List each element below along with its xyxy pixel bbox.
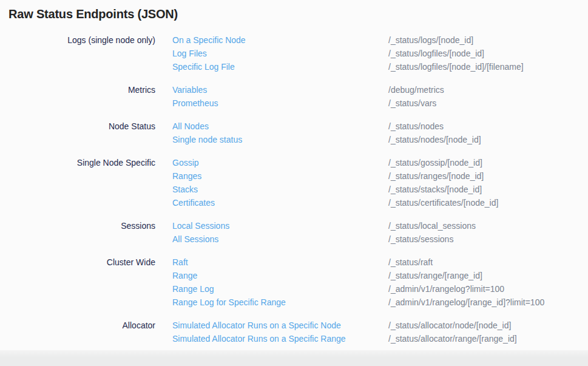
endpoint-path: /_status/nodes: [388, 120, 588, 133]
section-category-label: Allocator: [0, 319, 155, 332]
endpoint-link-row: All Nodes: [172, 120, 388, 133]
endpoint-path: /_status/raft: [388, 256, 588, 269]
endpoint-link[interactable]: Ranges: [172, 171, 201, 181]
endpoint-path: /_status/nodes/[node_id]: [388, 133, 588, 146]
section-paths-column: /_status/local_sessions/_status/sessions: [388, 219, 588, 246]
endpoint-path: /_admin/v1/rangelog?limit=100: [388, 282, 588, 296]
endpoint-link[interactable]: Prometheus: [172, 98, 218, 108]
endpoint-section: Sessions Local SessionsAll Sessions /_st…: [0, 219, 588, 246]
endpoint-link-row: Ranges: [172, 169, 388, 183]
endpoint-link-row: Local Sessions: [172, 219, 388, 232]
endpoint-link[interactable]: Certificates: [172, 198, 215, 208]
endpoint-link-row: Raft: [172, 256, 388, 269]
endpoint-link-row: Range: [172, 269, 388, 282]
endpoint-section: Logs (single node only) On a Specific No…: [0, 33, 588, 73]
endpoint-path: /_status/gossip/[node_id]: [388, 156, 588, 169]
endpoint-link-row: Variables: [172, 83, 388, 97]
endpoint-section: Cluster Wide RaftRangeRange LogRange Log…: [0, 256, 588, 309]
endpoint-path: /_status/vars: [388, 97, 588, 110]
section-paths-column: /_status/nodes/_status/nodes/[node_id]: [388, 120, 588, 146]
endpoint-link[interactable]: Simulated Allocator Runs on a Specific N…: [172, 320, 341, 330]
endpoint-link-row: Log Files: [172, 47, 388, 60]
section-links-column: VariablesPrometheus: [172, 83, 388, 110]
endpoint-section: Allocator Simulated Allocator Runs on a …: [0, 319, 588, 345]
section-category-label: Logs (single node only): [0, 33, 155, 47]
endpoint-link-row: On a Specific Node: [172, 33, 388, 47]
endpoint-link-row: Prometheus: [172, 97, 388, 110]
section-category-label: Metrics: [0, 83, 155, 97]
endpoint-path: /_status/sessions: [388, 232, 588, 246]
endpoint-path: /_status/range/[range_id]: [388, 269, 588, 282]
endpoint-path: /_status/stacks/[node_id]: [388, 183, 588, 196]
section-links-column: All NodesSingle node status: [172, 120, 388, 146]
endpoint-link-row: Stacks: [172, 183, 388, 196]
page-title: Raw Status Endpoints (JSON): [8, 7, 178, 21]
endpoint-link-row: Certificates: [172, 196, 388, 209]
section-category-label: Node Status: [0, 120, 155, 133]
section-links-column: RaftRangeRange LogRange Log for Specific…: [172, 256, 388, 309]
endpoint-link-row: Simulated Allocator Runs on a Specific N…: [172, 319, 388, 332]
endpoint-link[interactable]: Stacks: [172, 185, 198, 194]
footer-strip: [0, 350, 588, 366]
endpoint-link[interactable]: On a Specific Node: [172, 35, 246, 45]
endpoint-path: /_admin/v1/rangelog/[range_id]?limit=100: [388, 296, 588, 309]
endpoint-link[interactable]: Single node status: [172, 135, 242, 144]
endpoint-link-row: Gossip: [172, 156, 388, 169]
section-paths-column: /_status/gossip/[node_id]/_status/ranges…: [388, 156, 588, 209]
endpoint-link[interactable]: Specific Log File: [172, 62, 235, 72]
endpoint-link[interactable]: All Nodes: [172, 121, 209, 131]
section-paths-column: /debug/metrics/_status/vars: [388, 83, 588, 110]
endpoint-path: /_status/ranges/[node_id]: [388, 169, 588, 183]
endpoint-path: /_status/allocator/range/[range_id]: [388, 332, 588, 345]
endpoint-path: /debug/metrics: [388, 83, 588, 97]
endpoint-link[interactable]: Range Log for Specific Range: [172, 297, 286, 307]
endpoint-link[interactable]: Range: [172, 271, 197, 280]
section-links-column: Simulated Allocator Runs on a Specific N…: [172, 319, 388, 345]
endpoint-link-row: Simulated Allocator Runs on a Specific R…: [172, 332, 388, 345]
endpoint-path: /_status/certificates/[node_id]: [388, 196, 588, 209]
endpoint-link-row: Single node status: [172, 133, 388, 146]
endpoint-path: /_status/logfiles/[node_id]/[filename]: [388, 60, 588, 73]
endpoint-path: /_status/allocator/node/[node_id]: [388, 319, 588, 332]
section-paths-column: /_status/allocator/node/[node_id]/_statu…: [388, 319, 588, 345]
endpoints-table: Logs (single node only) On a Specific No…: [0, 33, 588, 355]
endpoint-section: Single Node Specific GossipRangesStacksC…: [0, 156, 588, 209]
endpoint-link-row: Specific Log File: [172, 60, 388, 73]
endpoint-path: /_status/logfiles/[node_id]: [388, 47, 588, 60]
page: Raw Status Endpoints (JSON) Logs (single…: [0, 0, 588, 366]
endpoint-link[interactable]: Raft: [172, 257, 188, 267]
endpoint-link[interactable]: All Sessions: [172, 234, 218, 244]
section-links-column: On a Specific NodeLog FilesSpecific Log …: [172, 33, 388, 73]
endpoint-link-row: Range Log: [172, 282, 388, 296]
endpoint-link[interactable]: Log Files: [172, 49, 207, 58]
endpoint-path: /_status/local_sessions: [388, 219, 588, 232]
endpoint-link[interactable]: Local Sessions: [172, 221, 229, 231]
endpoint-path: /_status/logs/[node_id]: [388, 33, 588, 47]
endpoint-link[interactable]: Gossip: [172, 158, 199, 168]
section-links-column: Local SessionsAll Sessions: [172, 219, 388, 246]
endpoint-link[interactable]: Variables: [172, 85, 207, 95]
section-links-column: GossipRangesStacksCertificates: [172, 156, 388, 209]
section-paths-column: /_status/logs/[node_id]/_status/logfiles…: [388, 33, 588, 73]
section-category-label: Cluster Wide: [0, 256, 155, 269]
endpoint-link[interactable]: Simulated Allocator Runs on a Specific R…: [172, 334, 346, 344]
endpoint-section: Metrics VariablesPrometheus /debug/metri…: [0, 83, 588, 110]
endpoint-section: Node Status All NodesSingle node status …: [0, 120, 588, 146]
endpoint-link-row: All Sessions: [172, 232, 388, 246]
endpoint-link-row: Range Log for Specific Range: [172, 296, 388, 309]
section-category-label: Sessions: [0, 219, 155, 232]
endpoint-link[interactable]: Range Log: [172, 284, 214, 294]
section-paths-column: /_status/raft/_status/range/[range_id]/_…: [388, 256, 588, 309]
section-category-label: Single Node Specific: [0, 156, 155, 169]
